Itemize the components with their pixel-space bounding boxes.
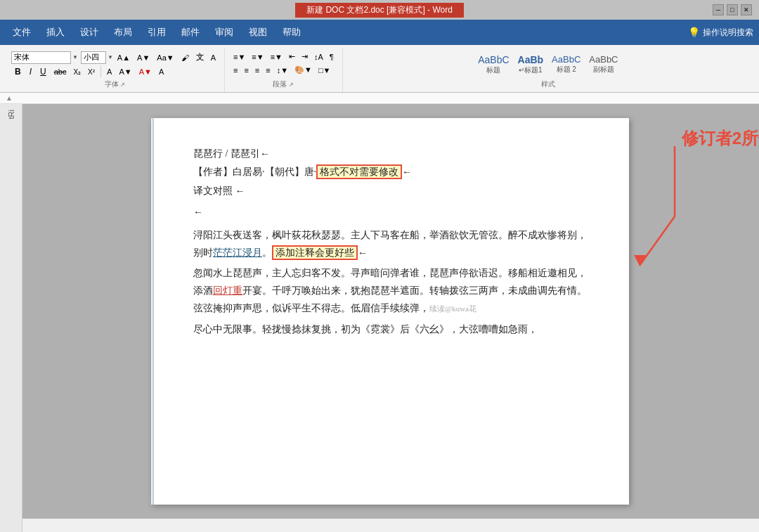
style-fubiaoqi[interactable]: AaBbC 副标题 <box>589 54 618 74</box>
font-name-dropdown-icon[interactable]: ▼ <box>72 54 78 60</box>
doc-page[interactable]: 琵琶行 / 琵琶引← 【作者】白居易·【朝代】唐·格式不对需要修改← 译文对照 … <box>151 118 629 505</box>
font-size-input[interactable] <box>81 51 106 64</box>
list-number-button[interactable]: ≡▼ <box>249 51 266 63</box>
ribbon-styles-group: AaBbC 标题 AaBb ↵标题1 AaBbC 标题 2 AaBbC 副标题 … <box>343 48 753 92</box>
strikethrough-button[interactable]: abc <box>51 66 70 77</box>
doc-para1: 浔阳江头夜送客，枫叶荻花秋瑟瑟。主人下马客在船，举酒欲饮无管弦。醉不成欢惨将别，… <box>193 226 587 261</box>
doc-page-container: 琵琶行 / 琵琶引← 【作者】白居易·【朝代】唐·格式不对需要修改← 译文对照 … <box>151 118 629 505</box>
style-biaoqi[interactable]: AaBbC 标题 <box>478 54 509 75</box>
style-fubiaoqi-preview: AaBbC <box>589 54 618 65</box>
ribbon: ▼ ▼ A▲ A▼ Aa▼ 🖌 文 A B I U abc X₂ <box>0 45 759 93</box>
title-bar-text: 新建 DOC 文档2.doc [兼容模式] - Word <box>295 3 464 18</box>
style-biaoqi-label: 标题 <box>486 65 500 75</box>
menu-references[interactable]: 引用 <box>141 23 173 41</box>
search-label[interactable]: 操作说明搜索 <box>703 27 753 39</box>
doc-author-prefix: 【作者】白居易·【朝代】唐· <box>193 167 316 177</box>
doc-author-line: 【作者】白居易·【朝代】唐·格式不对需要修改← <box>193 164 587 180</box>
align-center-button[interactable]: ≡ <box>241 65 251 76</box>
list-indent-button[interactable]: ≡▼ <box>268 51 285 63</box>
title-bar: 新建 DOC 文档2.doc [兼容模式] - Word ─ □ ✕ <box>0 0 759 20</box>
font-wenbiao-button[interactable]: 文 <box>193 51 207 64</box>
svg-marker-2 <box>634 255 647 266</box>
menu-view[interactable]: 视图 <box>242 23 274 41</box>
style-biaoti1-label: ↵标题1 <box>519 65 543 75</box>
font-group-label: 字体 ↗ <box>105 79 126 89</box>
para1-insert: 添加注释会更好些 <box>272 245 358 260</box>
style-biaoti2-label: 标题 2 <box>557 65 576 74</box>
style-biaoti2-preview: AaBbC <box>552 54 580 65</box>
svg-line-1 <box>640 216 675 266</box>
align-left-button[interactable]: ≡ <box>231 65 240 76</box>
style-biaoti1-preview: AaBb <box>518 54 544 65</box>
char-border-button[interactable]: A <box>156 66 167 77</box>
minimize-button[interactable]: ─ <box>713 4 724 15</box>
doc-title: 琵琶行 / 琵琶引← <box>193 146 587 162</box>
style-biaoqi-preview: AaBbC <box>478 54 509 65</box>
style-biaoti2[interactable]: AaBbC 标题 2 <box>552 54 580 74</box>
font-shrink-button[interactable]: A▼ <box>134 52 153 63</box>
para-group-label: 段落 ↗ <box>273 79 294 89</box>
maximize-button[interactable]: □ <box>727 4 738 15</box>
text-effect-button[interactable]: A <box>104 66 115 77</box>
font-name-input[interactable] <box>11 51 71 64</box>
line-spacing-button[interactable]: ↕▼ <box>274 65 291 76</box>
borders-button[interactable]: □▼ <box>316 65 334 76</box>
shading-button[interactable]: 🎨▼ <box>292 64 315 76</box>
window-controls[interactable]: ─ □ ✕ <box>713 4 752 15</box>
doc-translate: 译文对照 ← <box>193 183 587 199</box>
menu-design[interactable]: 设计 <box>73 23 105 41</box>
menu-insert[interactable]: 插入 <box>39 23 72 41</box>
font-highlight-button[interactable]: 🖌 <box>179 52 192 63</box>
styles-group-label: 样式 <box>541 79 555 89</box>
para-expand-icon[interactable]: ↗ <box>289 82 294 88</box>
italic-button[interactable]: I <box>26 65 35 78</box>
left-panel-text: tRi <box>7 110 15 119</box>
ribbon-font-group: ▼ ▼ A▲ A▼ Aa▼ 🖌 文 A B I U abc X₂ <box>6 48 225 92</box>
doc-para1-text: 浔阳江头夜送客，枫叶荻花秋瑟瑟。主人下马客在船，举酒欲饮无管弦。醉不成欢惨将别，… <box>193 230 587 260</box>
highlight-color-button[interactable]: A▼ <box>116 66 134 77</box>
align-right-button[interactable]: ≡ <box>252 65 262 76</box>
underline-button[interactable]: U <box>37 65 50 78</box>
search-icon: 💡 <box>688 27 700 38</box>
ribbon-divider1 <box>100 66 101 77</box>
doc-author-change: 格式不对需要修改 <box>316 164 402 179</box>
doc-translate-text: 译文对照 ← <box>193 186 245 196</box>
annotation-callout: 修订者2所做的修订 <box>682 125 759 152</box>
para2-change: 回灯重 <box>213 285 242 296</box>
menu-review[interactable]: 审阅 <box>208 23 240 41</box>
margin-indicator <box>151 118 154 505</box>
font-size-dropdown-icon[interactable]: ▼ <box>108 54 113 60</box>
show-marks-button[interactable]: ¶ <box>327 51 337 63</box>
para1-underline: 茫茫江浸月 <box>213 247 262 258</box>
font-color-button[interactable]: A▼ <box>136 66 155 77</box>
style-biaoti1[interactable]: AaBb ↵标题1 <box>518 54 544 75</box>
ribbon-para-group: ≡▼ ≡▼ ≡▼ ⇤ ⇥ ↕A ¶ ≡ ≡ ≡ ≡ ↕▼ 🎨▼ □▼ <box>225 48 343 92</box>
doc-para2: 忽闻水上琵琶声，主人忘归客不发。寻声暗问弹者谁，琵琶声停欲语迟。移船相近邀相见，… <box>193 264 587 318</box>
sort-button[interactable]: ↕A <box>311 51 326 63</box>
style-fubiaoqi-label: 副标题 <box>593 65 614 74</box>
doc-blank-line: ← <box>193 205 587 220</box>
menu-mailings[interactable]: 邮件 <box>174 23 207 41</box>
font-grow-button[interactable]: A▲ <box>115 52 133 63</box>
font-clear-button[interactable]: A <box>208 52 219 63</box>
watermark-text: 续读@kuwa花 <box>429 304 476 313</box>
ribbon-collapse-icon[interactable]: ▲ <box>6 94 13 102</box>
decrease-indent-button[interactable]: ⇤ <box>286 51 298 63</box>
bold-button[interactable]: B <box>11 65 25 78</box>
doc-para3: 尽心中无限事。轻拢慢捻抹复挑，初为《霓裳》后《六幺》，大弦嘈嘈如急雨， <box>193 320 587 338</box>
list-bullet-button[interactable]: ≡▼ <box>231 51 248 63</box>
menu-layout[interactable]: 布局 <box>107 23 139 41</box>
doc-author-arrow: ← <box>402 167 412 177</box>
subscript-button[interactable]: X₂ <box>70 67 84 77</box>
superscript-button[interactable]: X² <box>85 67 98 77</box>
font-expand-icon[interactable]: ↗ <box>120 82 125 88</box>
menu-help[interactable]: 帮助 <box>275 23 308 41</box>
close-button[interactable]: ✕ <box>741 4 752 15</box>
increase-indent-button[interactable]: ⇥ <box>299 51 311 63</box>
document-area: tRi 琵琶行 / 琵琶引← 【作者】白居易·【朝代】唐·格式不对需要修改← 译… <box>0 104 759 519</box>
search-area[interactable]: 💡 操作说明搜索 <box>688 27 753 39</box>
annotation-text: 修订者2所做的修订 <box>682 129 759 148</box>
font-case-button[interactable]: Aa▼ <box>154 52 176 63</box>
menu-file[interactable]: 文件 <box>6 23 38 41</box>
justify-button[interactable]: ≡ <box>263 65 273 76</box>
